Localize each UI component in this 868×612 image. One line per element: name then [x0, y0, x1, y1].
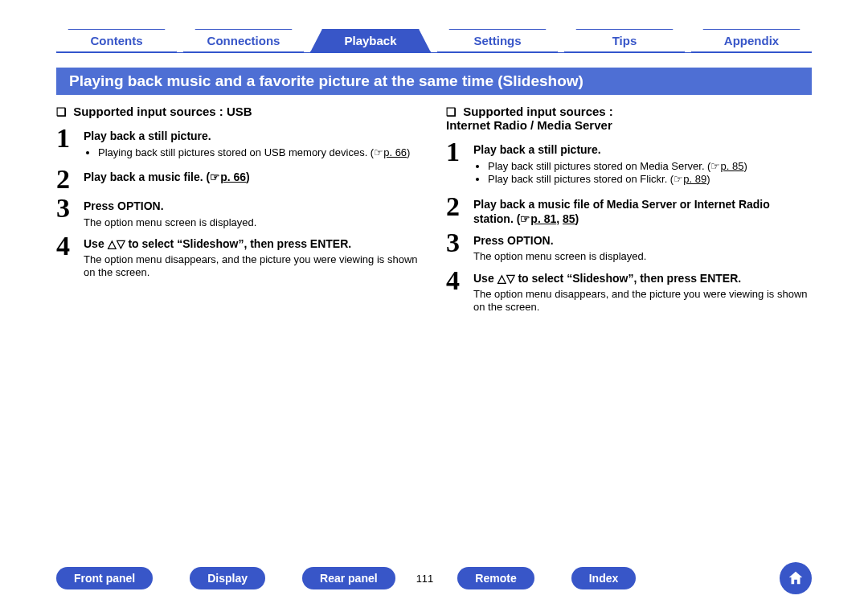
tab-tips[interactable]: Tips [564, 29, 685, 52]
left-heading: ❏ Supported input sources : USB [56, 105, 422, 118]
bottom-nav: Front panel Display Rear panel 111 Remot… [56, 562, 812, 594]
bullet-text: Play back still pictures stored on Media… [488, 160, 710, 172]
right-step-3: 3 Press OPTION. The option menu screen i… [446, 231, 812, 263]
right-step-2: 2 Play back a music file of Media Server… [446, 195, 812, 226]
hand-icon: ☞ [520, 212, 530, 225]
left-step-2: 2 Play back a music file. (☞p. 66) [56, 167, 422, 191]
step-desc: The option menu disappears, and the pict… [473, 288, 812, 314]
step-number: 2 [56, 167, 84, 191]
tab-appendix[interactable]: Appendix [691, 29, 812, 52]
home-button[interactable] [780, 562, 812, 594]
square-bullet-icon: ❏ [446, 105, 457, 118]
pill-index[interactable]: Index [571, 567, 637, 589]
list-item: Playing back still pictures stored on US… [98, 146, 410, 159]
step-number: 3 [446, 231, 473, 255]
page-link[interactable]: p. 66 [383, 146, 407, 158]
top-nav: Contents Connections Playback Settings T… [56, 11, 812, 53]
step-desc: The option menu screen is displayed. [473, 250, 646, 263]
pill-display[interactable]: Display [190, 567, 265, 589]
step-title: Play back a music file of Media Server o… [473, 197, 812, 226]
step-title: Press OPTION. [84, 199, 256, 213]
col-left: ❏ Supported input sources : USB 1 Play b… [56, 105, 422, 318]
bullet-text: Playing back still pictures stored on US… [98, 146, 374, 158]
step-title-mid: , [556, 212, 563, 225]
col-right: ❏ Supported input sources : Internet Rad… [446, 105, 812, 318]
step-title: Play back a still picture. [473, 142, 747, 157]
hand-icon: ☞ [374, 146, 383, 158]
step-title: Use △▽ to select “Slideshow”, then press… [473, 271, 812, 285]
bullet-tail: ) [743, 160, 747, 172]
step-number: 2 [446, 195, 473, 219]
step-title: Play back a music file. (☞p. 66) [84, 170, 250, 184]
step-number: 3 [56, 196, 84, 220]
step-number: 1 [56, 126, 84, 150]
tab-settings[interactable]: Settings [437, 29, 558, 52]
right-step-4: 4 Use △▽ to select “Slideshow”, then pre… [446, 269, 812, 314]
bullet-tail: ) [706, 173, 710, 185]
hand-icon: ☞ [710, 160, 720, 172]
hand-icon: ☞ [210, 170, 220, 183]
content-columns: ❏ Supported input sources : USB 1 Play b… [56, 105, 812, 318]
pill-remote[interactable]: Remote [457, 567, 534, 589]
square-bullet-icon: ❏ [56, 105, 67, 118]
step-title: Press OPTION. [473, 233, 646, 248]
tab-contents[interactable]: Contents [56, 29, 177, 52]
page-link[interactable]: 85 [563, 212, 575, 225]
home-icon [787, 569, 805, 587]
step-number: 4 [56, 234, 84, 258]
tab-connections[interactable]: Connections [183, 29, 304, 52]
top-nav-inner: Contents Connections Playback Settings T… [56, 27, 812, 52]
left-heading-text: Supported input sources : USB [73, 105, 252, 118]
list-item: Play back still pictures stored on Flick… [488, 173, 747, 186]
step-title: Play back a still picture. [84, 129, 410, 143]
left-step-4: 4 Use △▽ to select “Slideshow”, then pre… [56, 234, 422, 280]
left-step-1: 1 Play back a still picture. Playing bac… [56, 126, 422, 162]
bullet-tail: ) [407, 146, 410, 158]
page-number: 111 [416, 573, 434, 585]
hand-icon: ☞ [674, 173, 683, 185]
right-heading-line2: Internet Radio / Media Server [446, 118, 612, 132]
step-title-suffix: ) [575, 212, 579, 225]
page-title: Playing back music and a favorite pictur… [56, 68, 812, 95]
tab-playback[interactable]: Playback [310, 29, 431, 52]
step-desc: The option menu screen is displayed. [84, 216, 256, 229]
page-link[interactable]: p. 81 [530, 212, 556, 225]
step-title-prefix: Play back a music file of Media Server o… [473, 198, 770, 225]
pill-front-panel[interactable]: Front panel [56, 567, 153, 589]
step-title-suffix: ) [246, 170, 250, 183]
step-title-prefix: Play back a music file. ( [84, 170, 210, 183]
step-desc: The option menu disappears, and the pict… [84, 253, 422, 280]
right-heading: ❏ Supported input sources : Internet Rad… [446, 105, 812, 132]
step-number: 1 [446, 140, 473, 164]
page-link[interactable]: p. 66 [220, 170, 246, 183]
step-number: 4 [446, 269, 473, 293]
left-step-3: 3 Press OPTION. The option menu screen i… [56, 196, 422, 228]
list-item: Play back still pictures stored on Media… [488, 160, 747, 173]
pill-rear-panel[interactable]: Rear panel [302, 567, 395, 589]
step-title: Use △▽ to select “Slideshow”, then press… [84, 236, 422, 251]
page-link[interactable]: p. 89 [683, 173, 706, 185]
bullet-text: Play back still pictures stored on Flick… [488, 173, 674, 185]
right-step-1: 1 Play back a still picture. Play back s… [446, 140, 812, 190]
right-heading-line1: Supported input sources : [463, 105, 613, 118]
page-link[interactable]: p. 85 [720, 160, 743, 172]
